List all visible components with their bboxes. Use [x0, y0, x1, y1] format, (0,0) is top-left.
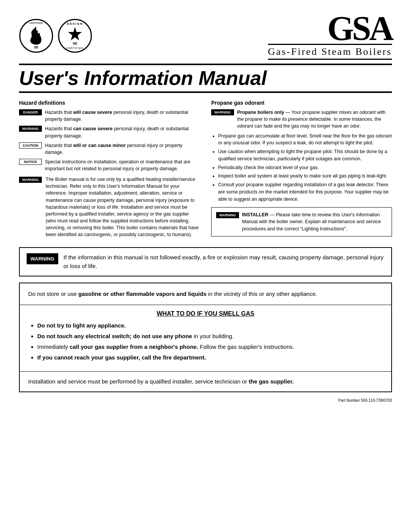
right-column: Propane gas odorant WARNING Propane boil…	[211, 100, 392, 242]
propane-warning-badge: WARNING	[211, 109, 234, 115]
svg-text:DESIGN: DESIGN	[67, 22, 83, 26]
warning-badge: WARNING	[19, 126, 42, 132]
warning-fire-badge: WARNING	[27, 253, 58, 264]
part-number: Part Number 550-110-739/0703	[19, 398, 392, 403]
hazard-row-notice: NOTICE Special instructions on installat…	[19, 158, 200, 172]
svg-text:CERTIFIED: CERTIFIED	[29, 22, 43, 24]
gsa-subtitle: Gas-Fired Steam Boilers	[268, 44, 392, 60]
page-title-section: User's Information Manual	[19, 64, 392, 93]
smell-gas-section: WHAT TO DO IF YOU SMELL GAS Do not try t…	[20, 305, 391, 372]
propane-warning-text: Propane boilers only — Your propane supp…	[237, 109, 392, 129]
smell-gas-list: Do not try to light any appliance. Do no…	[28, 321, 383, 362]
installer-badge: WARNING	[216, 212, 239, 218]
se-certified-logo: SE CERTIFIED	[19, 19, 53, 53]
warning-fire-box: WARNING If the information in this manua…	[19, 247, 392, 276]
hazard-definitions-heading: Hazard definitions	[19, 100, 200, 106]
svg-marker-5	[68, 27, 82, 40]
smell-gas-bullet-3: Immediately call your gas supplier from …	[37, 342, 383, 352]
propane-bullets: Propane gas can accumulate at floor leve…	[211, 133, 392, 203]
svg-text:SE: SE	[73, 42, 77, 45]
propane-heading: Propane gas odorant	[211, 100, 392, 106]
gasoline-text: Do not store or use gasoline or other fl…	[28, 291, 317, 297]
warning-fire-text: If the information in this manual is not…	[64, 253, 384, 270]
propane-bullet-1: Propane gas can accumulate at floor leve…	[218, 133, 392, 147]
installation-note: Installation and service must be perform…	[20, 372, 391, 391]
design-certified-logo: DESIGN SE CERTIFIED	[58, 19, 92, 53]
page-header: SE CERTIFIED DESIGN SE CERTIFIED GSA Gas…	[19, 11, 392, 60]
svg-text:SE: SE	[34, 45, 38, 49]
propane-warning-row: WARNING Propane boilers only — Your prop…	[211, 109, 392, 129]
hazard-row-danger: DANGER Hazards that will cause severe pe…	[19, 109, 200, 123]
notice-badge: NOTICE	[19, 159, 42, 165]
propane-bullet-5: Consult your propane supplier regarding …	[218, 181, 392, 203]
hazard-row-warning: WARNING Hazards that can cause severe pe…	[19, 125, 200, 139]
page-title: User's Information Manual	[19, 67, 392, 89]
warning-boiler-text: The Boiler manual is for use only by a q…	[46, 176, 200, 238]
warning-boiler-manual: WARNING The Boiler manual is for use onl…	[19, 176, 200, 238]
hazard-row-caution: CAUTION Hazards that will or can cause m…	[19, 142, 200, 156]
installer-box: WARNING INSTALLER — Please take time to …	[211, 207, 392, 236]
installation-note-text: Installation and service must be perform…	[28, 378, 294, 385]
danger-badge: DANGER	[19, 109, 42, 115]
propane-bullet-4: Inspect boiler and system at least yearl…	[218, 173, 392, 180]
smell-gas-title: WHAT TO DO IF YOU SMELL GAS	[28, 310, 383, 317]
gsa-logo-text: GSA	[268, 11, 392, 46]
gsa-brand: GSA Gas-Fired Steam Boilers	[268, 11, 392, 60]
left-column: Hazard definitions DANGER Hazards that w…	[19, 100, 200, 242]
caution-text: Hazards that will or can cause minor per…	[45, 142, 200, 156]
two-column-section: Hazard definitions DANGER Hazards that w…	[19, 100, 392, 242]
caution-badge: CAUTION	[19, 142, 42, 149]
propane-bullet-2: Use caution when attempting to light the…	[218, 148, 392, 163]
warning-text: Hazards that can cause severe personal i…	[45, 125, 200, 139]
smell-gas-bullet-4: If you cannot reach your gas supplier, c…	[37, 353, 383, 363]
gasoline-box: Do not store or use gasoline or other fl…	[20, 283, 391, 305]
propane-bullet-3: Periodically check the odorant level of …	[218, 164, 392, 171]
smell-gas-bullet-1: Do not try to light any appliance.	[37, 321, 383, 331]
smell-gas-bullet-2: Do not touch any electrical switch; do n…	[37, 332, 383, 341]
svg-text:CERTIFIED: CERTIFIED	[66, 47, 84, 50]
warning-boiler-badge: WARNING	[19, 177, 42, 183]
installer-text: INSTALLER — Please take time to review t…	[242, 211, 387, 232]
logos-section: SE CERTIFIED DESIGN SE CERTIFIED	[19, 19, 92, 53]
danger-text: Hazards that will cause severe personal …	[45, 109, 200, 123]
notice-text: Special instructions on installation, op…	[45, 158, 200, 172]
safety-outer-box: Do not store or use gasoline or other fl…	[19, 283, 392, 392]
